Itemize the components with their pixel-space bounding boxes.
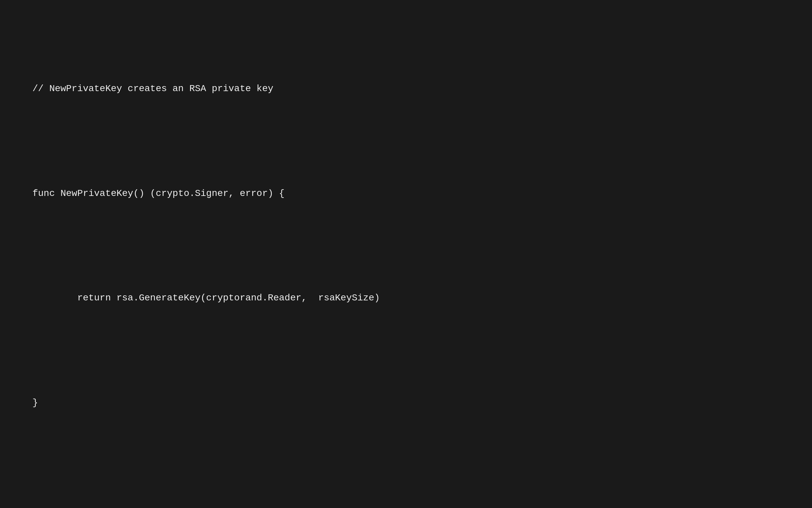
code-editor: // NewPrivateKey creates an RSA private … — [0, 0, 812, 508]
line-text: return rsa.GenerateKey(cryptorand.Reader… — [32, 293, 380, 303]
line-text: func NewPrivateKey() (crypto.Signer, err… — [32, 188, 284, 199]
code-line-5 — [10, 485, 802, 500]
line-text: // NewPrivateKey creates an RSA private … — [32, 83, 274, 94]
code-line-3: return rsa.GenerateKey(cryptorand.Reader… — [10, 276, 802, 321]
code-line-4: } — [10, 381, 802, 425]
code-line-2: func NewPrivateKey() (crypto.Signer, err… — [10, 171, 802, 216]
code-line-1: // NewPrivateKey creates an RSA private … — [10, 67, 802, 111]
line-text: } — [32, 397, 38, 408]
